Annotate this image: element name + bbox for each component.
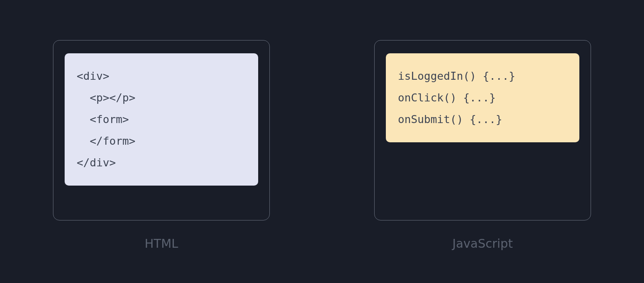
html-panel-label: HTML: [145, 237, 178, 251]
javascript-panel-group: isLoggedIn() {...} onClick() {...} onSub…: [374, 40, 591, 251]
html-outer-panel: <div> <p></p> <form> </form> </div>: [53, 40, 270, 220]
javascript-panel-label: JavaScript: [452, 237, 513, 251]
html-code-block: <div> <p></p> <form> </form> </div>: [65, 53, 258, 186]
javascript-outer-panel: isLoggedIn() {...} onClick() {...} onSub…: [374, 40, 591, 220]
javascript-code-block: isLoggedIn() {...} onClick() {...} onSub…: [386, 53, 579, 142]
html-panel-group: <div> <p></p> <form> </form> </div> HTML: [53, 40, 270, 251]
